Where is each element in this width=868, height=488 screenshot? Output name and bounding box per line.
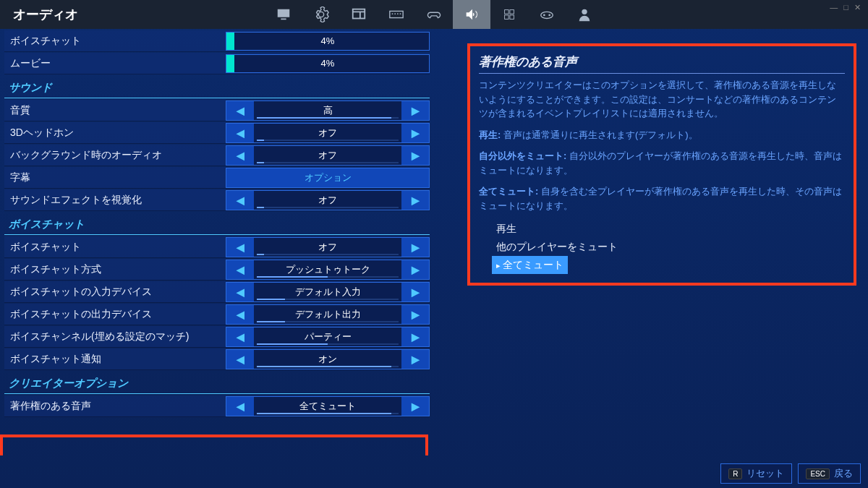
value-selector[interactable]: ◀プッシュトゥトーク▶ — [226, 260, 430, 280]
svg-rect-7 — [510, 10, 514, 14]
info-option[interactable]: 再生 — [492, 220, 845, 238]
svg-point-10 — [541, 12, 553, 18]
section-voice-header: ボイスチャット — [4, 212, 430, 235]
options-button[interactable]: オプション — [226, 168, 430, 188]
info-options: 再生 他のプレイヤーをミュート 全てミュート — [492, 220, 845, 274]
value-selector[interactable]: ◀オフ▶ — [226, 190, 430, 210]
back-button[interactable]: ESC戻る — [798, 463, 861, 484]
setting-row[interactable]: ボイスチャンネル(埋める設定のマッチ)◀パーティー▶ — [4, 326, 430, 348]
row-label: バックグラウンド時のオーディオ — [4, 149, 226, 162]
section-sound-header: サウンド — [4, 75, 430, 98]
arrow-right-icon[interactable]: ▶ — [401, 101, 429, 120]
info-body: コンテンツクリエイターはこのオプションを選択して、著作権のある音源を再生しないよ… — [479, 78, 845, 274]
value-display: オフ — [254, 191, 401, 210]
value-selector[interactable]: ◀オフ▶ — [226, 123, 430, 143]
tab-access-icon[interactable] — [490, 0, 528, 29]
value-selector[interactable]: ◀全てミュート▶ — [226, 396, 430, 416]
value-display: デフォルト入力 — [254, 283, 401, 301]
svg-rect-1 — [390, 11, 403, 17]
info-option-selected[interactable]: 全てミュート — [492, 256, 568, 274]
arrow-right-icon[interactable]: ▶ — [401, 124, 429, 142]
value-display: 高 — [254, 101, 401, 120]
highlight-creator-section — [0, 435, 428, 455]
arrow-left-icon[interactable]: ◀ — [226, 283, 254, 301]
arrow-left-icon[interactable]: ◀ — [226, 260, 254, 279]
setting-row[interactable]: ボイスチャットの出力デバイス◀デフォルト出力▶ — [4, 304, 430, 325]
tab-monitor-icon[interactable] — [265, 0, 302, 29]
setting-row[interactable]: 音質◀高▶ — [4, 100, 430, 121]
tab-person-icon[interactable] — [566, 0, 603, 29]
row-label: ボイスチャット — [4, 241, 226, 254]
arrow-left-icon[interactable]: ◀ — [226, 397, 254, 416]
svg-point-11 — [543, 14, 545, 17]
tab-keyboard-icon[interactable] — [378, 0, 415, 29]
setting-row[interactable]: ボイスチャット方式◀プッシュトゥトーク▶ — [4, 259, 430, 281]
window-controls: — □ ✕ — [830, 3, 861, 12]
setting-row[interactable]: サウンドエフェクトを視覚化◀オフ▶ — [4, 189, 430, 211]
info-option[interactable]: 他のプレイヤーをミュート — [492, 238, 845, 256]
tab-controller-icon[interactable] — [528, 0, 566, 29]
value-selector[interactable]: ◀高▶ — [226, 100, 430, 121]
setting-row[interactable]: 3Dヘッドホン◀オフ▶ — [4, 122, 430, 144]
arrow-right-icon[interactable]: ▶ — [401, 238, 429, 257]
arrow-left-icon[interactable]: ◀ — [226, 191, 254, 210]
setting-row[interactable]: 著作権のある音声◀全てミュート▶ — [4, 395, 430, 417]
arrow-left-icon[interactable]: ◀ — [226, 328, 254, 346]
value-selector[interactable]: ◀オフ▶ — [226, 237, 430, 257]
row-label: ボイスチャット — [4, 35, 226, 48]
svg-rect-8 — [505, 15, 509, 19]
row-label: ボイスチャットの入力デバイス — [4, 286, 226, 299]
info-panel: 著作権のある音声 コンテンツクリエイターはこのオプションを選択して、著作権のある… — [467, 43, 856, 286]
arrow-right-icon[interactable]: ▶ — [401, 283, 429, 301]
arrow-left-icon[interactable]: ◀ — [226, 101, 254, 120]
svg-point-2 — [392, 13, 393, 14]
arrow-left-icon[interactable]: ◀ — [226, 350, 254, 369]
setting-row[interactable]: ボイスチャット通知◀オン▶ — [4, 348, 430, 370]
row-label: ボイスチャット方式 — [4, 263, 226, 276]
value-display: パーティー — [254, 328, 401, 346]
reset-button[interactable]: Rリセット — [720, 463, 792, 484]
value-selector[interactable]: ◀デフォルト出力▶ — [226, 304, 430, 325]
tab-gamepad-icon[interactable] — [415, 0, 453, 29]
slider-row-voicechat[interactable]: ボイスチャット 4% — [4, 30, 430, 52]
value-selector[interactable]: ◀オフ▶ — [226, 145, 430, 166]
svg-point-4 — [397, 13, 399, 14]
arrow-right-icon[interactable]: ▶ — [401, 191, 429, 210]
setting-row[interactable]: ボイスチャットの入力デバイス◀デフォルト入力▶ — [4, 281, 430, 303]
section-creator-header: クリエイターオプション — [4, 371, 430, 394]
value-display: オフ — [254, 124, 401, 142]
arrow-left-icon[interactable]: ◀ — [226, 124, 254, 142]
setting-row[interactable]: 字幕オプション — [4, 167, 430, 189]
page-title: オーディオ — [13, 6, 78, 23]
arrow-right-icon[interactable]: ▶ — [401, 397, 429, 416]
tab-window-icon[interactable] — [340, 0, 378, 29]
tab-gear-icon[interactable] — [302, 0, 340, 29]
svg-rect-9 — [510, 15, 514, 19]
value-selector[interactable]: ◀オン▶ — [226, 349, 430, 369]
arrow-right-icon[interactable]: ▶ — [401, 350, 429, 369]
value-display: デフォルト出力 — [254, 305, 401, 324]
close-icon[interactable]: ✕ — [854, 3, 861, 12]
row-label: 3Dヘッドホン — [4, 127, 226, 140]
minimize-icon[interactable]: — — [830, 3, 838, 12]
arrow-left-icon[interactable]: ◀ — [226, 146, 254, 165]
tab-audio-icon[interactable] — [453, 0, 490, 29]
value-selector[interactable]: ◀デフォルト入力▶ — [226, 282, 430, 302]
arrow-left-icon[interactable]: ◀ — [226, 305, 254, 324]
top-bar: オーディオ — □ ✕ — [0, 0, 868, 29]
setting-row[interactable]: ボイスチャット◀オフ▶ — [4, 236, 430, 258]
arrow-left-icon[interactable]: ◀ — [226, 238, 254, 257]
arrow-right-icon[interactable]: ▶ — [401, 328, 429, 346]
arrow-right-icon[interactable]: ▶ — [401, 305, 429, 324]
slider[interactable]: 4% — [226, 31, 430, 51]
slider-row-movie[interactable]: ムービー 4% — [4, 53, 430, 74]
arrow-right-icon[interactable]: ▶ — [401, 260, 429, 279]
maximize-icon[interactable]: □ — [843, 3, 848, 12]
row-label: 音質 — [4, 104, 226, 117]
setting-row[interactable]: バックグラウンド時のオーディオ◀オフ▶ — [4, 145, 430, 166]
row-label: ボイスチャットの出力デバイス — [4, 308, 226, 321]
slider[interactable]: 4% — [226, 53, 430, 74]
arrow-right-icon[interactable]: ▶ — [401, 146, 429, 165]
row-label: ムービー — [4, 57, 226, 70]
value-selector[interactable]: ◀パーティー▶ — [226, 327, 430, 347]
